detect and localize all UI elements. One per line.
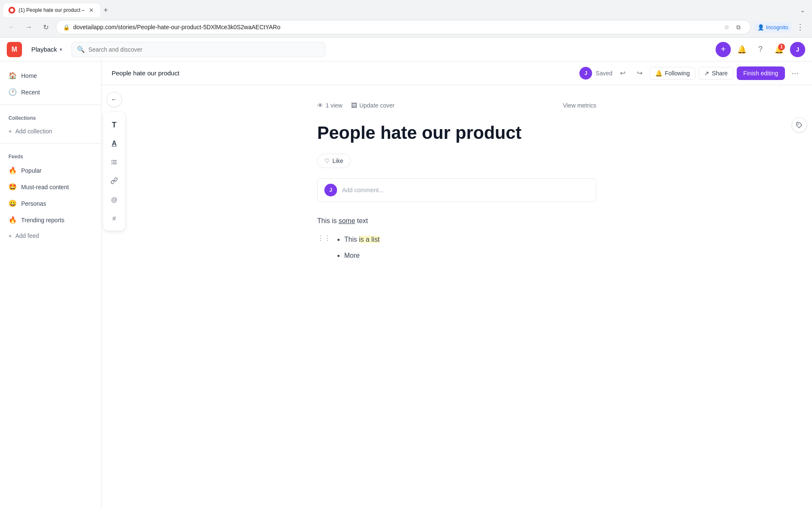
active-tab[interactable]: (1) People hate our product – ✕	[3, 3, 100, 17]
help-button[interactable]: ?	[753, 42, 768, 57]
toolbar-back-button[interactable]: ←	[107, 92, 122, 107]
lock-icon: 🔒	[63, 24, 70, 30]
popular-icon: 🔥	[8, 166, 17, 174]
share-label: Share	[712, 70, 727, 77]
must-read-icon: 🤩	[8, 183, 17, 191]
drag-handle-icon[interactable]: ⋮⋮	[317, 233, 331, 242]
back-button[interactable]: ←	[5, 20, 19, 34]
svg-point-3	[111, 160, 112, 161]
bookmark-button[interactable]: ☆	[721, 22, 732, 32]
add-feed-button[interactable]: + Add feed	[0, 229, 101, 243]
tab-bar: (1) People hate our product – ✕ + ⌄	[0, 0, 812, 17]
add-feed-icon: +	[8, 232, 12, 239]
must-read-label: Must-read content	[21, 184, 69, 190]
formatting-toolbar: ← T A	[102, 85, 127, 508]
feeds-section-header: Feeds	[0, 149, 101, 161]
hashtag-tool[interactable]: #	[107, 210, 122, 226]
views-meta[interactable]: 👁 1 view	[317, 102, 343, 109]
eye-icon: 👁	[317, 102, 323, 109]
profile-icon: 👤	[757, 24, 764, 30]
sidebar: 🏠 Home 🕐 Recent Collections + Add collec…	[0, 61, 102, 508]
following-button[interactable]: 🔔 Following	[650, 67, 695, 80]
add-collection-button[interactable]: + Add collection	[0, 124, 101, 138]
doc-meta: 👁 1 view 🖼 Update cover View metrics	[317, 102, 596, 109]
split-screen-button[interactable]: ⧉	[733, 22, 743, 32]
view-metrics-button[interactable]: View metrics	[563, 102, 596, 109]
tab-close-button[interactable]: ✕	[88, 7, 95, 14]
profile-button[interactable]: 👤 Incognito	[754, 22, 792, 32]
sidebar-item-personas[interactable]: 😀 Personas	[0, 196, 101, 211]
url-text: dovetailapp.com/stories/People-hate-our-…	[73, 24, 718, 30]
text-format-tool[interactable]: A	[107, 136, 122, 151]
list-tool[interactable]	[107, 155, 122, 170]
url-bar[interactable]: 🔒 dovetailapp.com/stories/People-hate-ou…	[56, 20, 751, 34]
notification-button[interactable]: 🔔 1	[771, 42, 787, 57]
paragraph-text-before: This is	[317, 217, 339, 224]
finish-editing-button[interactable]: Finish editing	[737, 66, 785, 80]
bullet-list: This is a list More	[344, 233, 380, 265]
popular-label: Popular	[21, 167, 41, 174]
doc-user-avatar: J	[579, 67, 592, 80]
right-panel	[787, 85, 812, 508]
notification-badge: 1	[778, 44, 785, 50]
share-button[interactable]: ↗ Share	[699, 67, 733, 80]
browser-menu-button[interactable]: ⋮	[793, 20, 807, 34]
create-button[interactable]: +	[716, 42, 731, 57]
add-feed-label: Add feed	[15, 232, 39, 239]
doc-header-title: People hate our product	[112, 69, 574, 77]
tag-button[interactable]	[792, 117, 807, 133]
undo-button[interactable]: ↩	[616, 66, 629, 80]
heart-icon: ♡	[324, 157, 330, 164]
views-label: 1 view	[326, 102, 343, 109]
personas-icon: 😀	[8, 199, 17, 207]
add-collection-icon: +	[8, 128, 12, 135]
home-icon: 🏠	[8, 72, 17, 80]
update-cover-label: Update cover	[359, 102, 395, 109]
sidebar-item-popular[interactable]: 🔥 Popular	[0, 163, 101, 178]
comment-placeholder: Add comment...	[342, 187, 384, 193]
address-bar: ← → ↻ 🔒 dovetailapp.com/stories/People-h…	[0, 17, 812, 37]
user-avatar[interactable]: J	[790, 42, 805, 57]
view-metrics-label: View metrics	[563, 102, 596, 109]
search-icon: 🔍	[77, 46, 85, 53]
app-logo: M	[7, 42, 22, 57]
list-item-1: This is a list	[344, 233, 380, 246]
doc-body: ← T A	[102, 85, 812, 508]
sidebar-item-home[interactable]: 🏠 Home	[0, 68, 101, 83]
url-bar-actions: ☆ ⧉	[721, 22, 743, 32]
toolbar-container: T A	[103, 112, 125, 231]
personas-label: Personas	[21, 200, 46, 207]
product-name: Playback	[31, 46, 57, 53]
tab-title: (1) People hate our product –	[19, 7, 85, 13]
link-tool[interactable]	[107, 173, 122, 188]
reload-button[interactable]: ↻	[39, 20, 52, 34]
forward-button[interactable]: →	[22, 20, 36, 34]
text-size-tool[interactable]: T	[107, 117, 122, 133]
redo-button[interactable]: ↪	[633, 66, 646, 80]
collections-section-header: Collections	[0, 110, 101, 123]
product-selector[interactable]: Playback ▾	[27, 43, 66, 55]
add-collection-label: Add collection	[15, 128, 52, 135]
sidebar-item-must-read[interactable]: 🤩 Must-read content	[0, 179, 101, 194]
sidebar-item-trending[interactable]: 🔥 Trending reports	[0, 213, 101, 227]
update-cover-button[interactable]: 🖼 Update cover	[351, 102, 395, 109]
list-block: ⋮⋮ This is a list More	[317, 233, 596, 265]
sidebar-divider-1	[0, 105, 101, 105]
activity-button[interactable]: 🔔	[734, 42, 749, 57]
saved-label: Saved	[595, 70, 612, 77]
sidebar-item-recent[interactable]: 🕐 Recent	[0, 85, 101, 99]
share-icon: ↗	[704, 70, 709, 77]
new-tab-button[interactable]: +	[100, 4, 112, 16]
image-icon: 🖼	[351, 102, 357, 109]
search-input[interactable]	[88, 46, 320, 53]
mention-tool[interactable]: @	[107, 192, 122, 207]
doc-content: 👁 1 view 🖼 Update cover View metrics Peo…	[266, 85, 647, 508]
more-options-button[interactable]: ···	[788, 66, 802, 80]
svg-point-5	[111, 163, 112, 164]
like-button[interactable]: ♡ Like	[317, 154, 351, 168]
comment-area[interactable]: J Add comment...	[317, 178, 596, 202]
svg-point-4	[111, 162, 112, 163]
home-label: Home	[21, 72, 37, 79]
search-bar[interactable]: 🔍	[71, 42, 325, 57]
tab-search-button[interactable]: ⌄	[797, 4, 809, 16]
